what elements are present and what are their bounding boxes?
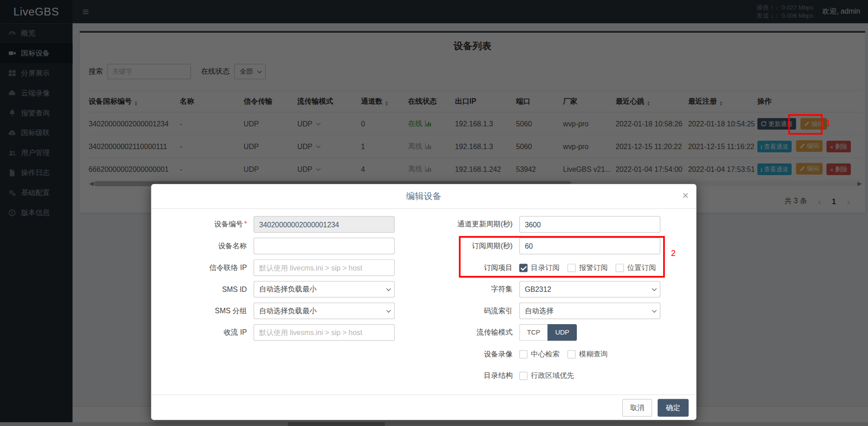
recv-ip-label: 收流 IP — [162, 327, 253, 337]
stream-mode-udp-button[interactable]: UDP — [547, 324, 577, 341]
app-root: LiveGBS ≡ 接收 ↑： 0.027 Mbps 发送 ↓： 0.006 M… — [0, 0, 868, 426]
form-row-sms-group: SMS 分组 自动选择负载最小 — [162, 302, 411, 319]
subscribe-period-label: 订阅周期(秒) — [428, 241, 519, 251]
checkbox[interactable] — [567, 350, 575, 358]
form-row-stream-index: 码流索引 自动选择 — [428, 302, 685, 319]
checkbox-label: 目录订阅 — [531, 263, 560, 273]
checkbox-position-subscribe[interactable]: 位置订阅 — [615, 263, 656, 273]
form-row-device-id: 设备编号* — [162, 216, 411, 233]
checkbox-label: 行政区域优先 — [531, 371, 574, 381]
device-name-field[interactable] — [253, 238, 395, 255]
form-row-subscribe-period: 订阅周期(秒) — [428, 238, 685, 255]
checkbox-admin-region-first[interactable]: 行政区域优先 — [519, 371, 574, 381]
checkbox-label: 中心检索 — [531, 349, 560, 359]
checkbox-label: 模糊查询 — [579, 349, 608, 359]
device-id-label: 设备编号* — [162, 220, 253, 230]
subscribe-period-field[interactable] — [519, 238, 660, 255]
stream-mode-toggle: TCP UDP — [519, 324, 577, 341]
modal-title: 编辑设备 — [151, 184, 696, 209]
modal-footer: 取消 确定 — [151, 395, 696, 420]
modal-body: 设备编号* 设备名称 信令联络 IP SMS ID 自动选择负载最小 SMS 分… — [151, 209, 696, 394]
form-column-left: 设备编号* 设备名称 信令联络 IP SMS ID 自动选择负载最小 SMS 分… — [162, 216, 411, 346]
sms-group-select[interactable]: 自动选择负载最小 — [253, 302, 395, 319]
checkbox[interactable] — [519, 350, 527, 358]
sip-ip-label: 信令联络 IP — [162, 263, 253, 273]
form-row-sms-id: SMS ID 自动选择负载最小 — [162, 281, 411, 298]
channel-refresh-label: 通道更新周期(秒) — [428, 220, 519, 230]
form-row-device-name: 设备名称 — [162, 238, 411, 255]
stream-mode-tcp-button[interactable]: TCP — [519, 324, 547, 341]
checkbox-label: 位置订阅 — [627, 263, 656, 273]
channel-refresh-field[interactable] — [519, 216, 660, 233]
checkbox-alarm-subscribe[interactable]: 报警订阅 — [567, 263, 608, 273]
form-row-stream-mode: 流传输模式 TCP UDP — [428, 324, 685, 341]
checkbox[interactable] — [567, 264, 575, 272]
cancel-button[interactable]: 取消 — [622, 399, 652, 416]
device-record-group: 中心检索 模糊查询 — [519, 349, 615, 359]
stream-mode-label: 流传输模式 — [428, 327, 519, 337]
sip-ip-field[interactable] — [253, 259, 395, 276]
device-name-label: 设备名称 — [162, 241, 253, 251]
dir-structure-group: 行政区域优先 — [519, 371, 582, 381]
confirm-button[interactable]: 确定 — [658, 399, 689, 416]
form-row-channel-refresh: 通道更新周期(秒) — [428, 216, 685, 233]
sms-group-label: SMS 分组 — [162, 306, 253, 316]
form-row-dir-structure: 目录结构 行政区域优先 — [428, 367, 685, 384]
form-row-device-record: 设备录像 中心检索 模糊查询 — [428, 346, 685, 363]
checkbox-label: 报警订阅 — [579, 263, 608, 273]
sms-id-select[interactable]: 自动选择负载最小 — [253, 281, 395, 298]
required-mark: * — [244, 220, 247, 228]
stream-index-select[interactable]: 自动选择 — [519, 302, 660, 319]
device-id-field — [253, 216, 395, 233]
form-row-subscribe-items: 订阅项目 目录订阅 报警订阅 位置订阅 — [428, 259, 685, 276]
checkbox-fuzzy-query[interactable]: 模糊查询 — [567, 349, 608, 359]
device-record-label: 设备录像 — [428, 349, 519, 359]
modal-header: 编辑设备 × — [151, 184, 696, 209]
subscribe-items-label: 订阅项目 — [428, 263, 519, 273]
checkbox[interactable] — [615, 264, 624, 272]
charset-label: 字符集 — [428, 284, 519, 294]
form-row-sip-ip: 信令联络 IP — [162, 259, 411, 276]
stream-index-label: 码流索引 — [428, 306, 519, 316]
checkbox[interactable] — [519, 264, 527, 272]
chevron-down-icon — [652, 308, 656, 312]
checkbox-catalog-subscribe[interactable]: 目录订阅 — [519, 263, 560, 273]
checkbox-center-search[interactable]: 中心检索 — [519, 349, 560, 359]
checkbox[interactable] — [519, 371, 527, 380]
form-column-right: 通道更新周期(秒) 订阅周期(秒) 订阅项目 目录订阅 报警订阅 位置订阅 — [428, 216, 685, 389]
charset-select[interactable]: GB2312 — [519, 281, 660, 298]
edit-device-modal: 编辑设备 × 设备编号* 设备名称 信令联络 IP SMS ID — [151, 184, 696, 420]
chevron-down-icon — [652, 286, 656, 291]
close-icon[interactable]: × — [682, 190, 689, 200]
subscribe-options-group: 目录订阅 报警订阅 位置订阅 — [519, 263, 664, 273]
recv-ip-field[interactable] — [253, 324, 395, 341]
sms-id-label: SMS ID — [162, 285, 253, 293]
chevron-down-icon — [386, 286, 391, 291]
dir-structure-label: 目录结构 — [428, 371, 519, 381]
form-row-recv-ip: 收流 IP — [162, 324, 411, 341]
form-row-charset: 字符集 GB2312 — [428, 281, 685, 298]
chevron-down-icon — [386, 308, 391, 312]
